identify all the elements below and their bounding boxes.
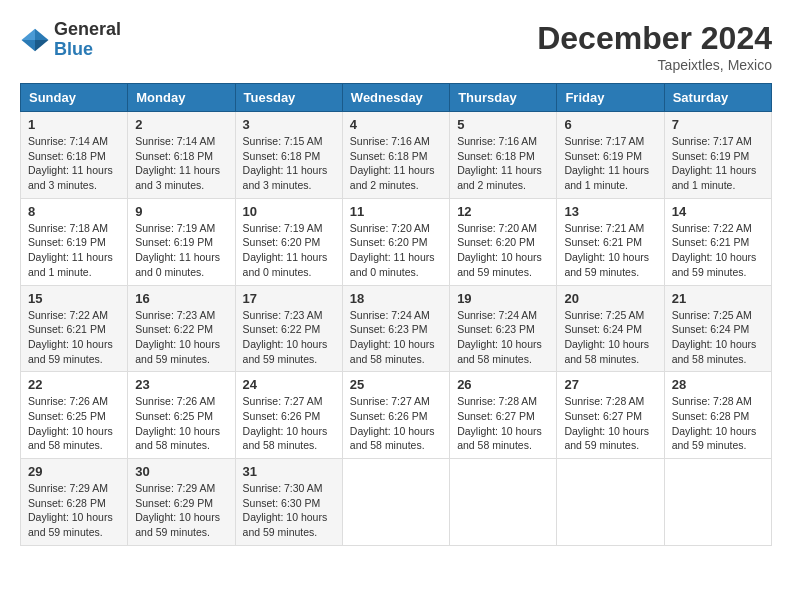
location: Tapeixtles, Mexico <box>537 57 772 73</box>
calendar-day-header: Saturday <box>664 84 771 112</box>
day-info: Sunrise: 7:29 AM Sunset: 6:28 PM Dayligh… <box>28 481 120 540</box>
calendar-day-cell: 28 Sunrise: 7:28 AM Sunset: 6:28 PM Dayl… <box>664 372 771 459</box>
day-number: 15 <box>28 291 120 306</box>
day-info: Sunrise: 7:16 AM Sunset: 6:18 PM Dayligh… <box>457 134 549 193</box>
day-info: Sunrise: 7:18 AM Sunset: 6:19 PM Dayligh… <box>28 221 120 280</box>
day-info: Sunrise: 7:23 AM Sunset: 6:22 PM Dayligh… <box>243 308 335 367</box>
day-number: 7 <box>672 117 764 132</box>
day-info: Sunrise: 7:20 AM Sunset: 6:20 PM Dayligh… <box>350 221 442 280</box>
day-info: Sunrise: 7:14 AM Sunset: 6:18 PM Dayligh… <box>28 134 120 193</box>
title-block: December 2024 Tapeixtles, Mexico <box>537 20 772 73</box>
calendar-day-cell: 24 Sunrise: 7:27 AM Sunset: 6:26 PM Dayl… <box>235 372 342 459</box>
day-info: Sunrise: 7:14 AM Sunset: 6:18 PM Dayligh… <box>135 134 227 193</box>
day-info: Sunrise: 7:19 AM Sunset: 6:20 PM Dayligh… <box>243 221 335 280</box>
day-number: 24 <box>243 377 335 392</box>
day-number: 27 <box>564 377 656 392</box>
page-header: General Blue December 2024 Tapeixtles, M… <box>20 20 772 73</box>
day-number: 4 <box>350 117 442 132</box>
calendar-day-cell: 16 Sunrise: 7:23 AM Sunset: 6:22 PM Dayl… <box>128 285 235 372</box>
day-info: Sunrise: 7:28 AM Sunset: 6:28 PM Dayligh… <box>672 394 764 453</box>
calendar-day-cell: 14 Sunrise: 7:22 AM Sunset: 6:21 PM Dayl… <box>664 198 771 285</box>
day-info: Sunrise: 7:22 AM Sunset: 6:21 PM Dayligh… <box>672 221 764 280</box>
day-number: 22 <box>28 377 120 392</box>
day-info: Sunrise: 7:25 AM Sunset: 6:24 PM Dayligh… <box>672 308 764 367</box>
day-number: 2 <box>135 117 227 132</box>
day-info: Sunrise: 7:16 AM Sunset: 6:18 PM Dayligh… <box>350 134 442 193</box>
svg-marker-2 <box>22 29 36 40</box>
calendar-day-cell: 18 Sunrise: 7:24 AM Sunset: 6:23 PM Dayl… <box>342 285 449 372</box>
calendar-day-cell: 20 Sunrise: 7:25 AM Sunset: 6:24 PM Dayl… <box>557 285 664 372</box>
day-number: 16 <box>135 291 227 306</box>
calendar-day-cell: 23 Sunrise: 7:26 AM Sunset: 6:25 PM Dayl… <box>128 372 235 459</box>
day-info: Sunrise: 7:25 AM Sunset: 6:24 PM Dayligh… <box>564 308 656 367</box>
calendar-day-cell: 10 Sunrise: 7:19 AM Sunset: 6:20 PM Dayl… <box>235 198 342 285</box>
calendar-day-header: Wednesday <box>342 84 449 112</box>
day-info: Sunrise: 7:21 AM Sunset: 6:21 PM Dayligh… <box>564 221 656 280</box>
calendar-day-cell: 19 Sunrise: 7:24 AM Sunset: 6:23 PM Dayl… <box>450 285 557 372</box>
calendar-day-cell <box>664 459 771 546</box>
calendar-day-cell: 7 Sunrise: 7:17 AM Sunset: 6:19 PM Dayli… <box>664 112 771 199</box>
day-number: 21 <box>672 291 764 306</box>
logo-icon <box>20 25 50 55</box>
month-title: December 2024 <box>537 20 772 57</box>
day-number: 23 <box>135 377 227 392</box>
calendar-day-cell: 11 Sunrise: 7:20 AM Sunset: 6:20 PM Dayl… <box>342 198 449 285</box>
day-info: Sunrise: 7:27 AM Sunset: 6:26 PM Dayligh… <box>350 394 442 453</box>
svg-marker-0 <box>35 29 49 40</box>
day-number: 13 <box>564 204 656 219</box>
day-number: 29 <box>28 464 120 479</box>
logo: General Blue <box>20 20 121 60</box>
day-number: 6 <box>564 117 656 132</box>
day-info: Sunrise: 7:23 AM Sunset: 6:22 PM Dayligh… <box>135 308 227 367</box>
day-number: 25 <box>350 377 442 392</box>
calendar-day-cell: 30 Sunrise: 7:29 AM Sunset: 6:29 PM Dayl… <box>128 459 235 546</box>
day-number: 9 <box>135 204 227 219</box>
calendar-day-header: Tuesday <box>235 84 342 112</box>
calendar-day-header: Thursday <box>450 84 557 112</box>
calendar-day-cell: 1 Sunrise: 7:14 AM Sunset: 6:18 PM Dayli… <box>21 112 128 199</box>
day-info: Sunrise: 7:22 AM Sunset: 6:21 PM Dayligh… <box>28 308 120 367</box>
logo-text: General Blue <box>54 20 121 60</box>
calendar-day-cell: 2 Sunrise: 7:14 AM Sunset: 6:18 PM Dayli… <box>128 112 235 199</box>
svg-marker-1 <box>35 40 49 51</box>
logo-blue: Blue <box>54 40 121 60</box>
calendar-day-cell: 17 Sunrise: 7:23 AM Sunset: 6:22 PM Dayl… <box>235 285 342 372</box>
day-info: Sunrise: 7:20 AM Sunset: 6:20 PM Dayligh… <box>457 221 549 280</box>
day-info: Sunrise: 7:24 AM Sunset: 6:23 PM Dayligh… <box>350 308 442 367</box>
calendar-day-cell <box>450 459 557 546</box>
calendar-day-header: Monday <box>128 84 235 112</box>
calendar-day-cell: 12 Sunrise: 7:20 AM Sunset: 6:20 PM Dayl… <box>450 198 557 285</box>
day-number: 31 <box>243 464 335 479</box>
logo-general: General <box>54 20 121 40</box>
day-info: Sunrise: 7:27 AM Sunset: 6:26 PM Dayligh… <box>243 394 335 453</box>
day-number: 11 <box>350 204 442 219</box>
day-number: 3 <box>243 117 335 132</box>
calendar-day-cell <box>557 459 664 546</box>
calendar-week-row: 15 Sunrise: 7:22 AM Sunset: 6:21 PM Dayl… <box>21 285 772 372</box>
calendar-day-cell: 5 Sunrise: 7:16 AM Sunset: 6:18 PM Dayli… <box>450 112 557 199</box>
calendar-day-cell: 15 Sunrise: 7:22 AM Sunset: 6:21 PM Dayl… <box>21 285 128 372</box>
calendar-week-row: 22 Sunrise: 7:26 AM Sunset: 6:25 PM Dayl… <box>21 372 772 459</box>
svg-marker-3 <box>22 40 36 51</box>
calendar-day-cell: 22 Sunrise: 7:26 AM Sunset: 6:25 PM Dayl… <box>21 372 128 459</box>
calendar-day-cell: 27 Sunrise: 7:28 AM Sunset: 6:27 PM Dayl… <box>557 372 664 459</box>
calendar-week-row: 29 Sunrise: 7:29 AM Sunset: 6:28 PM Dayl… <box>21 459 772 546</box>
calendar-day-cell: 8 Sunrise: 7:18 AM Sunset: 6:19 PM Dayli… <box>21 198 128 285</box>
day-number: 14 <box>672 204 764 219</box>
day-number: 18 <box>350 291 442 306</box>
calendar-day-header: Friday <box>557 84 664 112</box>
day-info: Sunrise: 7:30 AM Sunset: 6:30 PM Dayligh… <box>243 481 335 540</box>
calendar-day-cell <box>342 459 449 546</box>
calendar-day-cell: 4 Sunrise: 7:16 AM Sunset: 6:18 PM Dayli… <box>342 112 449 199</box>
day-number: 1 <box>28 117 120 132</box>
day-info: Sunrise: 7:26 AM Sunset: 6:25 PM Dayligh… <box>28 394 120 453</box>
day-info: Sunrise: 7:24 AM Sunset: 6:23 PM Dayligh… <box>457 308 549 367</box>
day-number: 8 <box>28 204 120 219</box>
day-info: Sunrise: 7:28 AM Sunset: 6:27 PM Dayligh… <box>564 394 656 453</box>
day-number: 26 <box>457 377 549 392</box>
calendar-table: SundayMondayTuesdayWednesdayThursdayFrid… <box>20 83 772 546</box>
day-number: 19 <box>457 291 549 306</box>
day-info: Sunrise: 7:17 AM Sunset: 6:19 PM Dayligh… <box>672 134 764 193</box>
calendar-day-cell: 6 Sunrise: 7:17 AM Sunset: 6:19 PM Dayli… <box>557 112 664 199</box>
day-number: 12 <box>457 204 549 219</box>
